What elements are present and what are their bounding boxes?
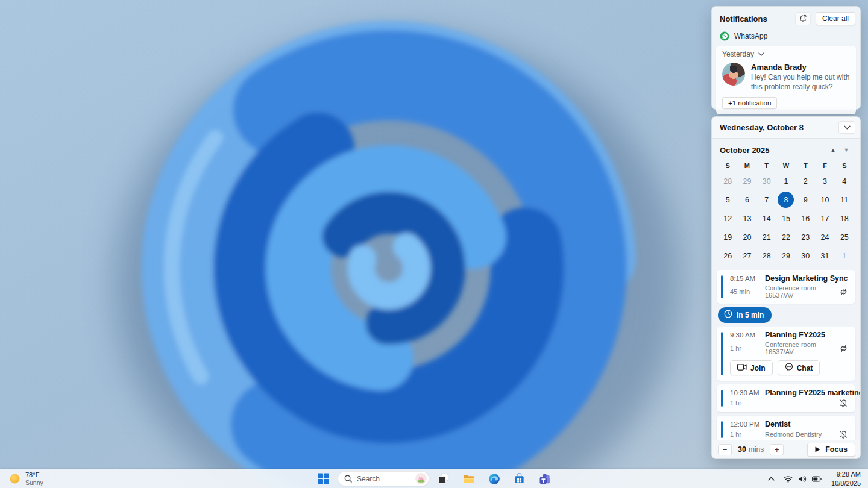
agenda-event-card[interactable]: 9:30 AMPlanning FY20251 hrConference roo… xyxy=(717,327,855,381)
file-explorer-button[interactable] xyxy=(458,471,480,487)
weekday-header-row: SMTWTFS xyxy=(712,157,860,170)
calendar-day[interactable]: 15 xyxy=(776,209,796,228)
clock-icon xyxy=(724,310,732,320)
calendar-day-grid: 2829301234567891011121314151617181920212… xyxy=(712,170,860,268)
notification-message: Hey! Can you help me out with this probl… xyxy=(751,73,850,92)
edge-browser-button[interactable] xyxy=(483,471,505,487)
notification-settings-button[interactable] xyxy=(795,12,811,25)
calendar-day[interactable]: 18 xyxy=(835,209,854,228)
event-countdown-badge[interactable]: in 5 min xyxy=(718,307,772,323)
weekday-header: S xyxy=(718,162,737,169)
event-location: Redmond Dentistry xyxy=(765,431,839,438)
calendar-day[interactable]: 11 xyxy=(835,190,854,209)
next-month-button[interactable]: ▼ xyxy=(840,145,853,155)
calendar-day[interactable]: 24 xyxy=(815,228,834,246)
microsoft-store-button[interactable] xyxy=(508,471,530,487)
agenda-list: 8:15 AMDesign Marketing Sync45 minConfer… xyxy=(712,268,860,440)
event-time: 10:30 AM xyxy=(730,389,765,396)
calendar-day[interactable]: 2 xyxy=(796,172,815,190)
event-duration: 45 min xyxy=(730,288,765,295)
notification-time-group[interactable]: Yesterday xyxy=(722,50,850,58)
event-title: Dentist xyxy=(765,420,790,428)
countdown-label: in 5 min xyxy=(737,311,764,319)
sender-avatar xyxy=(722,63,745,86)
calendar-panel: Wednesday, October 8 October 2025 ▲ ▼ SM… xyxy=(711,116,861,459)
search-icon xyxy=(344,475,352,483)
sender-name: Amanda Brady xyxy=(751,63,850,72)
weather-widget[interactable]: 78°F Sunny xyxy=(5,469,47,488)
clear-all-button[interactable]: Clear all xyxy=(816,12,855,25)
file-explorer-icon xyxy=(463,473,475,485)
event-title: Planning FY2025 marketing xyxy=(765,389,860,397)
calendar-day[interactable]: 31 xyxy=(815,246,834,265)
event-time: 8:15 AM xyxy=(730,275,765,282)
recurrence-icon xyxy=(839,287,849,296)
calendar-day[interactable]: 17 xyxy=(815,209,834,228)
bell-off-icon[interactable] xyxy=(839,399,849,407)
chat-button[interactable]: Chat xyxy=(778,360,820,375)
calendar-day[interactable]: 6 xyxy=(737,190,756,209)
calendar-day[interactable]: 7 xyxy=(757,190,776,209)
calendar-day[interactable]: 26 xyxy=(718,246,737,265)
calendar-day[interactable]: 27 xyxy=(737,246,756,265)
hidden-icons-button[interactable] xyxy=(764,471,778,487)
calendar-day[interactable]: 29 xyxy=(737,172,756,190)
bell-off-icon[interactable] xyxy=(839,430,849,439)
edge-icon xyxy=(488,473,500,485)
join-button[interactable]: Join xyxy=(730,360,773,375)
system-tray: 9:28 AM 10/8/2025 xyxy=(764,469,866,488)
calendar-day[interactable]: 21 xyxy=(757,228,776,246)
calendar-day[interactable]: 20 xyxy=(737,228,756,246)
calendar-day[interactable]: 9 xyxy=(796,190,815,209)
calendar-day[interactable]: 3 xyxy=(815,172,834,190)
calendar-day[interactable]: 1 xyxy=(776,172,796,190)
calendar-day[interactable]: 10 xyxy=(815,190,834,209)
calendar-day[interactable]: 14 xyxy=(757,209,776,228)
notification-card[interactable]: Yesterday Amanda Brady Hey! Can you help… xyxy=(716,46,856,114)
calendar-day[interactable]: 5 xyxy=(718,190,737,209)
video-icon xyxy=(737,364,747,372)
task-view-icon xyxy=(438,473,449,484)
calendar-day[interactable]: 30 xyxy=(796,246,815,265)
calendar-day[interactable]: 1 xyxy=(835,246,854,265)
task-view-button[interactable] xyxy=(432,471,454,487)
start-focus-button[interactable]: Focus xyxy=(807,443,855,457)
calendar-day[interactable]: 28 xyxy=(757,246,776,265)
agenda-event-card[interactable]: 12:00 PMDentist1 hrRedmond Dentistry xyxy=(717,416,855,440)
calendar-day[interactable]: 25 xyxy=(835,228,854,246)
agenda-event-card[interactable]: 8:15 AMDesign Marketing Sync45 minConfer… xyxy=(717,270,855,304)
calendar-day[interactable]: 19 xyxy=(718,228,737,246)
network-volume-battery-button[interactable] xyxy=(778,471,826,487)
calendar-day[interactable]: 22 xyxy=(776,228,796,246)
agenda-event-card[interactable]: 10:30 AMPlanning FY2025 marketing1 hr xyxy=(717,384,855,412)
sun-icon xyxy=(9,473,20,484)
calendar-day[interactable]: 28 xyxy=(718,172,737,190)
calendar-day[interactable]: 30 xyxy=(757,172,776,190)
start-button[interactable] xyxy=(312,471,335,487)
teams-button[interactable] xyxy=(533,471,556,487)
tray-time: 9:28 AM xyxy=(831,470,861,478)
event-accent-bar xyxy=(721,390,723,407)
decrease-minutes-button[interactable]: − xyxy=(718,444,732,455)
notifications-title: Notifications xyxy=(720,14,790,23)
calendar-collapse-button[interactable] xyxy=(838,121,855,134)
calendar-day-selected[interactable]: 8 xyxy=(776,190,796,209)
previous-month-button[interactable]: ▲ xyxy=(826,145,840,155)
button-label: Join xyxy=(750,364,766,372)
calendar-day[interactable]: 12 xyxy=(718,209,737,228)
clock-widget[interactable]: 9:28 AM 10/8/2025 xyxy=(826,470,866,487)
calendar-date-header: Wednesday, October 8 xyxy=(712,117,860,139)
more-notifications-button[interactable]: +1 notification xyxy=(722,97,777,109)
calendar-day[interactable]: 16 xyxy=(796,209,815,228)
increase-minutes-button[interactable]: + xyxy=(770,444,784,455)
search-placeholder: Search xyxy=(357,475,410,483)
calendar-day[interactable]: 4 xyxy=(835,172,854,190)
event-location: Conference room 16537/AV xyxy=(765,284,839,299)
calendar-day[interactable]: 29 xyxy=(776,246,796,265)
chevron-up-icon xyxy=(768,477,775,481)
notification-app-group[interactable]: WhatsApp xyxy=(712,28,860,42)
calendar-day[interactable]: 23 xyxy=(796,228,815,246)
calendar-day[interactable]: 13 xyxy=(737,209,756,228)
focus-duration-value: 30 xyxy=(738,445,746,454)
search-input[interactable]: Search xyxy=(338,471,429,486)
